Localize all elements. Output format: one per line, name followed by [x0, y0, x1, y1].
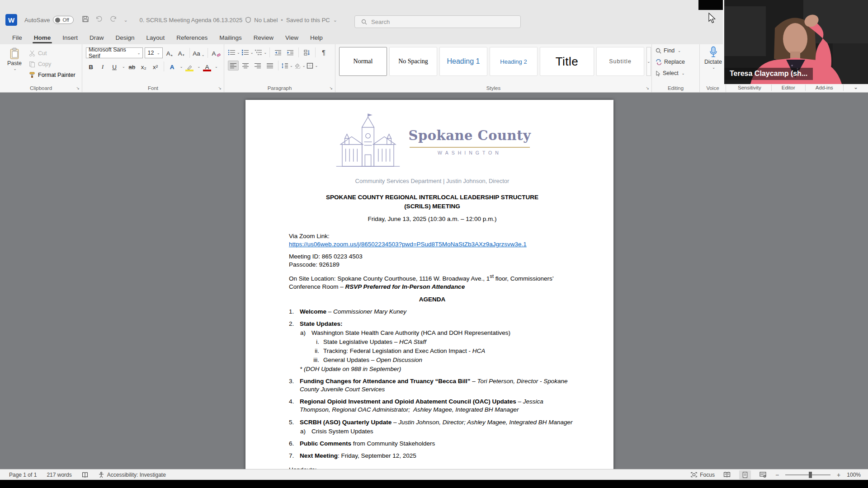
- document-page[interactable]: Spokane County WASHINGTON Community Serv…: [245, 100, 613, 469]
- sensitivity-label[interactable]: No Label: [254, 17, 278, 23]
- style-subtitle[interactable]: Subtitle: [596, 47, 644, 76]
- styles-dialog-launcher[interactable]: ↘: [646, 86, 649, 90]
- cut-button[interactable]: Cut: [29, 49, 75, 58]
- tab-references[interactable]: References: [170, 32, 213, 44]
- saved-status-chevron-icon[interactable]: ⌄: [333, 17, 337, 23]
- focus-button[interactable]: Focus: [691, 472, 715, 478]
- text-effects-button[interactable]: A: [167, 61, 177, 71]
- style-heading-2[interactable]: Heading 2: [490, 47, 538, 76]
- subscript-button[interactable]: x₂: [139, 61, 149, 71]
- clipboard-dialog-launcher[interactable]: ↘: [76, 86, 80, 90]
- borders-button[interactable]: ⌄: [307, 61, 318, 70]
- line-spacing-button[interactable]: ⌄: [281, 61, 293, 70]
- copy-button[interactable]: Copy: [29, 60, 75, 69]
- clear-formatting-button[interactable]: A: [211, 48, 221, 58]
- shading-button[interactable]: ⌄: [294, 61, 306, 70]
- tab-home[interactable]: Home: [28, 32, 57, 44]
- tab-mailings[interactable]: Mailings: [213, 32, 248, 44]
- redo-button[interactable]: [109, 15, 117, 24]
- highlight-button[interactable]: [184, 61, 194, 71]
- sensitivity-shield-icon: [245, 17, 251, 23]
- sort-button[interactable]: [302, 47, 312, 57]
- undo-icon: [95, 15, 103, 23]
- grow-font-button[interactable]: A▴: [165, 48, 175, 58]
- dictate-button[interactable]: Dictate ⌄: [704, 46, 722, 70]
- font-color-button[interactable]: A: [202, 61, 212, 71]
- style-normal[interactable]: Normal: [339, 47, 387, 76]
- replace-button[interactable]: Replace: [656, 57, 697, 66]
- style-title[interactable]: Title: [540, 47, 594, 76]
- underline-button[interactable]: U: [109, 61, 119, 71]
- bold-button[interactable]: B: [86, 61, 96, 71]
- word-logo-icon[interactable]: W: [5, 14, 17, 26]
- qat-customize-chevron-icon[interactable]: ⌄: [123, 17, 127, 23]
- text-effects-chevron-icon[interactable]: ⌄: [180, 65, 183, 69]
- justify-button[interactable]: [264, 61, 275, 70]
- tab-insert[interactable]: Insert: [57, 32, 84, 44]
- read-mode-button[interactable]: [721, 470, 733, 479]
- font-color-chevron-icon[interactable]: ⌄: [215, 65, 218, 69]
- accessibility-button[interactable]: Accessibility: Investigate: [98, 472, 166, 478]
- search-input[interactable]: Search: [354, 15, 521, 28]
- font-name-combobox[interactable]: Microsoft Sans Serif⌄: [86, 47, 143, 58]
- tab-help[interactable]: Help: [304, 32, 329, 44]
- logo-county-name: Spokane County: [409, 127, 531, 145]
- tab-design[interactable]: Design: [110, 32, 141, 44]
- zoom-slider-thumb[interactable]: [809, 472, 812, 478]
- align-right-button[interactable]: [252, 61, 263, 70]
- group-label-sensitivity[interactable]: Sensitivity: [728, 84, 772, 91]
- italic-button[interactable]: I: [98, 61, 108, 71]
- paste-button[interactable]: Paste ⌄: [4, 47, 25, 83]
- increase-indent-button[interactable]: [285, 47, 296, 57]
- font-dialog-launcher[interactable]: ↘: [218, 86, 222, 90]
- tab-layout[interactable]: Layout: [141, 32, 171, 44]
- strikethrough-button[interactable]: ab: [127, 61, 137, 71]
- word-count[interactable]: 217 words: [47, 472, 71, 478]
- numbering-button[interactable]: ⌄: [241, 47, 254, 57]
- zoom-hyperlink[interactable]: https://us06web.zoom.us/j/86502234503?pw…: [289, 241, 527, 248]
- text-effects-label: A: [170, 64, 175, 70]
- multilevel-list-button[interactable]: ⌄: [255, 47, 267, 57]
- line-spacing-chevron-icon: ⌄: [290, 64, 293, 68]
- align-center-button[interactable]: [240, 61, 251, 70]
- tab-draw[interactable]: Draw: [84, 32, 110, 44]
- tab-view[interactable]: View: [279, 32, 304, 44]
- change-case-button[interactable]: Aa⌄: [193, 48, 204, 58]
- print-layout-button[interactable]: [739, 470, 751, 479]
- proofing-button[interactable]: [82, 472, 88, 478]
- select-button[interactable]: Select⌄: [656, 69, 697, 78]
- tab-file[interactable]: File: [6, 32, 28, 44]
- save-button[interactable]: [82, 15, 89, 24]
- tab-review[interactable]: Review: [248, 32, 279, 44]
- group-label-editor[interactable]: Editor: [772, 84, 806, 91]
- zoom-percentage[interactable]: 100%: [847, 472, 861, 478]
- style-no-spacing[interactable]: No Spacing: [389, 47, 437, 76]
- web-layout-button[interactable]: [757, 470, 769, 479]
- underline-chevron-icon[interactable]: ⌄: [122, 65, 125, 69]
- zoom-in-button[interactable]: +: [837, 471, 840, 479]
- ribbon-collapse-chevron-icon[interactable]: ⌄: [854, 84, 858, 90]
- highlight-chevron-icon[interactable]: ⌄: [197, 65, 200, 69]
- zoom-out-button[interactable]: −: [775, 471, 779, 479]
- format-painter-button[interactable]: Format Painter: [29, 70, 75, 80]
- focus-label: Focus: [700, 472, 715, 478]
- font-size-combobox[interactable]: 12⌄: [145, 47, 162, 58]
- undo-button[interactable]: [95, 15, 103, 24]
- show-formatting-button[interactable]: ¶: [318, 47, 329, 57]
- find-button[interactable]: Find⌄: [656, 46, 697, 55]
- paragraph-dialog-launcher[interactable]: ↘: [329, 86, 333, 90]
- autosave-toggle[interactable]: AutoSave Off: [24, 16, 74, 24]
- shrink-font-button[interactable]: A▾: [176, 48, 186, 58]
- align-left-button[interactable]: [228, 61, 239, 70]
- onsite-location: On Site Location: Spokane County Courtho…: [289, 273, 576, 291]
- group-label-add-ins[interactable]: Add-ins: [806, 84, 844, 91]
- zoom-slider[interactable]: [785, 474, 830, 475]
- decrease-indent-button[interactable]: [273, 47, 283, 57]
- superscript-button[interactable]: x²: [151, 61, 160, 71]
- page-indicator[interactable]: Page 1 of 1: [9, 472, 37, 478]
- pilcrow-label: ¶: [322, 49, 326, 56]
- styles-gallery-scroll[interactable]: ⌄: [646, 47, 651, 76]
- style-heading-1[interactable]: Heading 1: [439, 47, 487, 76]
- bullets-button[interactable]: ⌄: [228, 47, 240, 57]
- saved-status[interactable]: Saved to this PC: [286, 17, 330, 23]
